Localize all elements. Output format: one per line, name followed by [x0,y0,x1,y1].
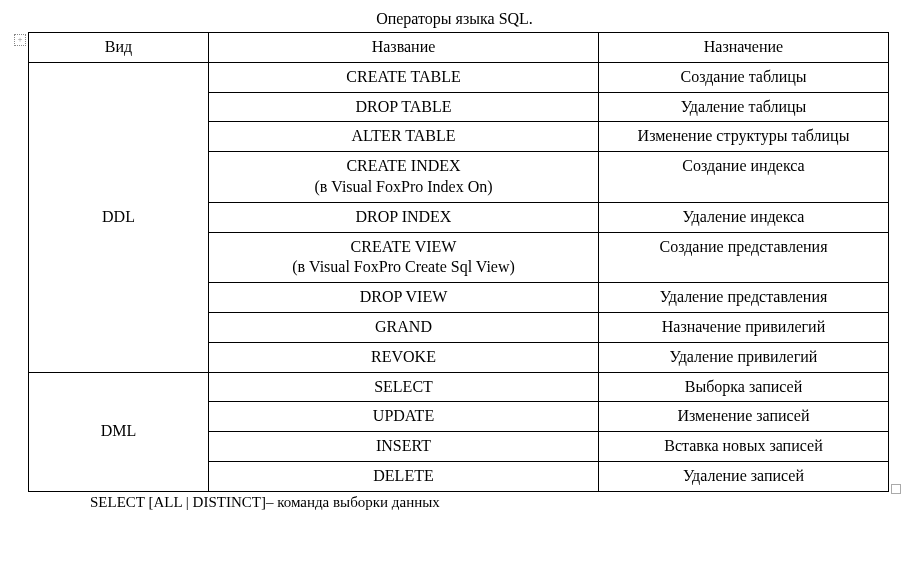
cell-purpose: Создание таблицы [599,62,889,92]
table-container: + Вид Название Назначение DDL CREATE TAB… [28,32,889,492]
cell-name: CREATE VIEW (в Visual FoxPro Create Sql … [209,232,599,283]
table-row: DML SELECT Выборка записей [29,372,889,402]
cell-name: SELECT [209,372,599,402]
cell-purpose: Изменение структуры таблицы [599,122,889,152]
cell-purpose: Создание индекса [599,152,889,203]
group-cell-dml: DML [29,372,209,491]
cell-purpose: Изменение записей [599,402,889,432]
cell-purpose: Удаление представления [599,283,889,313]
cell-name: CREATE INDEX (в Visual FoxPro Index On) [209,152,599,203]
cell-name: CREATE TABLE [209,62,599,92]
col-header-name: Название [209,33,599,63]
cell-name: DELETE [209,461,599,491]
cell-name: DROP VIEW [209,283,599,313]
col-header-kind: Вид [29,33,209,63]
cell-purpose: Удаление записей [599,461,889,491]
cell-name: REVOKE [209,342,599,372]
cell-name: GRAND [209,312,599,342]
cell-purpose: Удаление таблицы [599,92,889,122]
cell-purpose: Выборка записей [599,372,889,402]
cell-purpose: Создание представления [599,232,889,283]
cell-purpose: Назначение привилегий [599,312,889,342]
table-row: DDL CREATE TABLE Создание таблицы [29,62,889,92]
sql-operators-table: Вид Название Назначение DDL CREATE TABLE… [28,32,889,492]
footer-fragment-text: SELECT [ALL | DISTINCT]– команда выборки… [90,494,889,511]
cell-name: DROP INDEX [209,202,599,232]
table-header-row: Вид Название Назначение [29,33,889,63]
cell-purpose: Удаление индекса [599,202,889,232]
col-header-purpose: Назначение [599,33,889,63]
cell-purpose: Удаление привилегий [599,342,889,372]
table-anchor-icon: + [14,34,26,46]
cell-name: INSERT [209,432,599,462]
cell-purpose: Вставка новых записей [599,432,889,462]
group-cell-ddl: DDL [29,62,209,372]
cell-name: DROP TABLE [209,92,599,122]
cell-name: UPDATE [209,402,599,432]
cell-name: ALTER TABLE [209,122,599,152]
page-title: Операторы языка SQL. [20,10,889,28]
table-end-marker-icon [891,484,901,494]
